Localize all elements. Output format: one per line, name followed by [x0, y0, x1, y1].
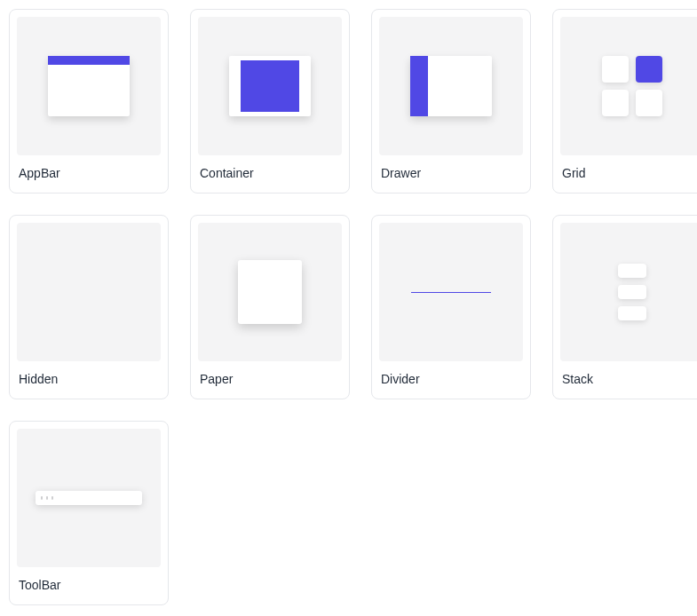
drawer-icon	[410, 56, 492, 116]
grid-cell-icon	[636, 90, 662, 116]
preview-toolbar	[17, 429, 161, 567]
component-gallery: AppBar Container Drawer Grid Hidden	[9, 9, 688, 605]
stack-item-icon	[618, 285, 646, 299]
component-label: Stack	[553, 361, 697, 399]
component-card-paper[interactable]: Paper	[190, 215, 350, 399]
preview-appbar	[17, 17, 161, 155]
preview-paper	[198, 223, 342, 361]
stack-item-icon	[618, 306, 646, 320]
component-label: Hidden	[10, 361, 168, 399]
paper-icon	[238, 260, 302, 324]
stack-icon	[618, 264, 646, 320]
toolbar-line-icon	[51, 496, 53, 500]
component-label: Container	[191, 155, 349, 193]
grid-cell-icon	[602, 56, 629, 83]
stack-item-icon	[618, 264, 646, 278]
grid-cell-accent-icon	[636, 56, 662, 83]
container-inner-icon	[241, 60, 299, 112]
component-card-grid[interactable]: Grid	[552, 9, 697, 193]
preview-stack	[560, 223, 697, 361]
component-card-drawer[interactable]: Drawer	[371, 9, 531, 193]
component-label: Drawer	[372, 155, 530, 193]
component-card-hidden[interactable]: Hidden	[9, 215, 169, 399]
component-card-divider[interactable]: Divider	[371, 215, 531, 399]
component-label: Divider	[372, 361, 530, 399]
toolbar-line-icon	[41, 496, 43, 500]
component-card-stack[interactable]: Stack	[552, 215, 697, 399]
component-label: AppBar	[10, 155, 168, 193]
preview-grid	[560, 17, 697, 155]
grid-cell-icon	[602, 90, 629, 116]
appbar-icon	[48, 56, 130, 116]
divider-icon	[411, 292, 491, 293]
preview-drawer	[379, 17, 523, 155]
component-card-toolbar[interactable]: ToolBar	[9, 421, 169, 605]
grid-icon	[602, 56, 662, 116]
preview-divider	[379, 223, 523, 361]
preview-hidden	[17, 223, 161, 361]
toolbar-line-icon	[46, 496, 48, 500]
component-label: Grid	[553, 155, 697, 193]
toolbar-icon	[36, 491, 142, 505]
component-label: ToolBar	[10, 567, 168, 604]
container-icon	[229, 56, 311, 116]
component-card-container[interactable]: Container	[190, 9, 350, 193]
component-label: Paper	[191, 361, 349, 399]
preview-container	[198, 17, 342, 155]
component-card-appbar[interactable]: AppBar	[9, 9, 169, 193]
